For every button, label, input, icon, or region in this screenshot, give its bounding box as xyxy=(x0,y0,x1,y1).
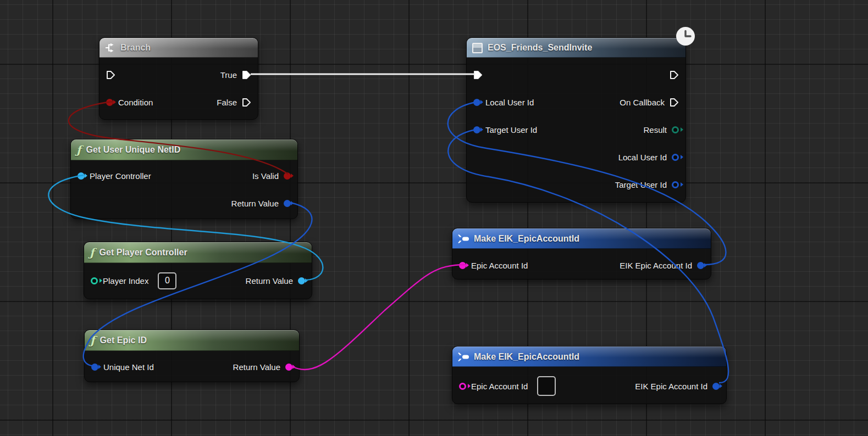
branch-icon xyxy=(105,43,115,53)
pin-label: Is Valid xyxy=(252,171,279,181)
node-branch-header[interactable]: Branch xyxy=(99,38,258,58)
struct-pin-icon xyxy=(697,262,704,269)
node-get-player-controller[interactable]: ƒ Get Player Controller Player Index 0 R… xyxy=(84,242,312,299)
function-f-icon: ƒ xyxy=(90,247,95,258)
exec-pin-icon xyxy=(106,70,115,80)
local-user-id-in-pin[interactable]: Local User Id xyxy=(473,98,534,107)
pin-label: Target User Id xyxy=(485,125,537,135)
pin-label: Target User Id xyxy=(615,180,667,189)
unique-net-id-pin[interactable]: Unique Net Id xyxy=(91,362,154,372)
struct-pin-icon xyxy=(284,200,291,207)
target-user-id-out-pin[interactable]: Target User Id xyxy=(615,180,679,189)
pin-label: Local User Id xyxy=(485,98,534,107)
pin-label: EIK Epic Account Id xyxy=(620,261,692,270)
pin-label: Player Controller xyxy=(90,171,151,181)
on-callback-pin[interactable]: On Callback xyxy=(620,98,679,107)
node-header[interactable]: Make EIK_EpicAccountId xyxy=(452,346,726,367)
struct-pin-icon xyxy=(473,126,480,133)
return-value-pin[interactable]: Return Value xyxy=(233,362,292,372)
exec-pin-icon xyxy=(242,70,251,80)
node-title: Get User Unique NetID xyxy=(86,145,181,155)
eik-epic-account-id-pin[interactable]: EIK Epic Account Id xyxy=(620,261,704,270)
node-title: Branch xyxy=(120,43,151,53)
node-header[interactable]: Make EIK_EpicAccountId xyxy=(452,228,711,249)
node-title: Make EIK_EpicAccountId xyxy=(474,352,579,362)
node-header[interactable]: ƒ Get Player Controller xyxy=(84,242,312,263)
node-title: Get Player Controller xyxy=(99,248,187,258)
pin-label: Local User Id xyxy=(618,153,667,162)
struct-pin-icon xyxy=(672,181,679,188)
latent-clock-icon xyxy=(676,26,695,46)
function-f-icon: ƒ xyxy=(76,144,81,155)
struct-pin-icon xyxy=(459,383,466,390)
exec-pin-icon xyxy=(473,70,483,80)
local-user-id-out-pin[interactable]: Local User Id xyxy=(618,153,679,162)
pin-label: Epic Account Id xyxy=(471,261,528,270)
make-struct-icon xyxy=(458,234,469,244)
pin-label: Unique Net Id xyxy=(103,362,154,372)
struct-pin-icon xyxy=(672,154,679,161)
node-title: Make EIK_EpicAccountId xyxy=(474,234,579,244)
wire-epicid-to-epicaccountid[interactable] xyxy=(292,265,465,370)
exec-in-pin[interactable] xyxy=(473,70,483,80)
exec-pin-icon xyxy=(670,70,679,80)
node-get-epic-id[interactable]: ƒ Get Epic ID Unique Net Id Return Value xyxy=(84,329,300,382)
eik-epic-account-id-pin[interactable]: EIK Epic Account Id xyxy=(635,382,720,391)
player-index-pin[interactable]: Player Index 0 xyxy=(91,272,176,289)
target-user-id-in-pin[interactable]: Target User Id xyxy=(473,125,537,135)
player-controller-pin[interactable]: Player Controller xyxy=(78,171,151,181)
node-get-user-unique-netid[interactable]: ƒ Get User Unique NetID Player Controlle… xyxy=(70,139,298,219)
node-eos-header[interactable]: EOS_Friends_SendInvite xyxy=(467,38,685,58)
exec-pin-icon xyxy=(242,98,251,107)
pin-label: Return Value xyxy=(231,199,279,208)
struct-pin-icon xyxy=(459,262,466,269)
is-valid-pin[interactable]: Is Valid xyxy=(252,171,291,181)
epic-account-id-pin[interactable]: Epic Account Id xyxy=(459,261,528,270)
node-make-eik-epic-account-id-1[interactable]: Make EIK_EpicAccountId Epic Account Id E… xyxy=(452,228,711,280)
result-pin[interactable]: Result xyxy=(643,125,679,135)
exec-out-true-pin[interactable]: True xyxy=(220,70,251,80)
pin-label: False xyxy=(217,98,237,107)
function-square-icon xyxy=(472,43,483,53)
int-pin-icon xyxy=(91,277,98,284)
struct-pin-icon xyxy=(91,364,98,371)
epic-account-id-value-input[interactable] xyxy=(537,376,556,396)
function-f-icon: ƒ xyxy=(90,335,95,346)
enum-pin-icon xyxy=(672,126,679,133)
node-header[interactable]: ƒ Get User Unique NetID xyxy=(71,139,297,160)
node-title: EOS_Friends_SendInvite xyxy=(488,43,592,53)
pin-label: Condition xyxy=(118,98,153,107)
node-make-eik-epic-account-id-2[interactable]: Make EIK_EpicAccountId Epic Account Id E… xyxy=(452,346,727,404)
node-title: Get Epic ID xyxy=(100,336,147,345)
epic-account-id-pin[interactable]: Epic Account Id xyxy=(459,376,556,396)
exec-out-pin[interactable] xyxy=(670,70,679,80)
pin-label: Result xyxy=(643,125,667,135)
pin-label: True xyxy=(220,70,237,80)
bool-pin-icon xyxy=(284,172,291,180)
exec-pin-icon xyxy=(670,98,679,107)
pin-label: On Callback xyxy=(620,98,665,107)
exec-in-pin[interactable] xyxy=(106,70,115,80)
bool-pin-icon xyxy=(106,99,113,106)
condition-pin[interactable]: Condition xyxy=(106,98,153,107)
exec-out-false-pin[interactable]: False xyxy=(217,98,251,107)
node-eos-friends-send-invite[interactable]: EOS_Friends_SendInvite Local User Id On … xyxy=(466,37,686,203)
pin-label: Return Value xyxy=(233,362,280,372)
struct-pin-icon xyxy=(473,99,480,106)
object-pin-icon xyxy=(78,172,85,180)
player-index-value-input[interactable]: 0 xyxy=(158,272,176,289)
return-value-pin[interactable]: Return Value xyxy=(246,276,305,286)
pin-label: Epic Account Id xyxy=(471,382,528,391)
struct-pin-icon xyxy=(285,364,292,371)
pin-label: Return Value xyxy=(246,276,293,286)
make-struct-icon xyxy=(458,352,469,362)
pin-label: Player Index xyxy=(103,276,148,286)
node-branch[interactable]: Branch True Condition False xyxy=(99,37,258,120)
blueprint-graph-canvas[interactable]: Branch True Condition False xyxy=(0,0,868,436)
node-header[interactable]: ƒ Get Epic ID xyxy=(85,330,299,351)
object-pin-icon xyxy=(298,277,305,284)
return-value-pin[interactable]: Return Value xyxy=(231,199,291,208)
pin-label: EIK Epic Account Id xyxy=(635,382,707,391)
struct-pin-icon xyxy=(712,383,720,390)
